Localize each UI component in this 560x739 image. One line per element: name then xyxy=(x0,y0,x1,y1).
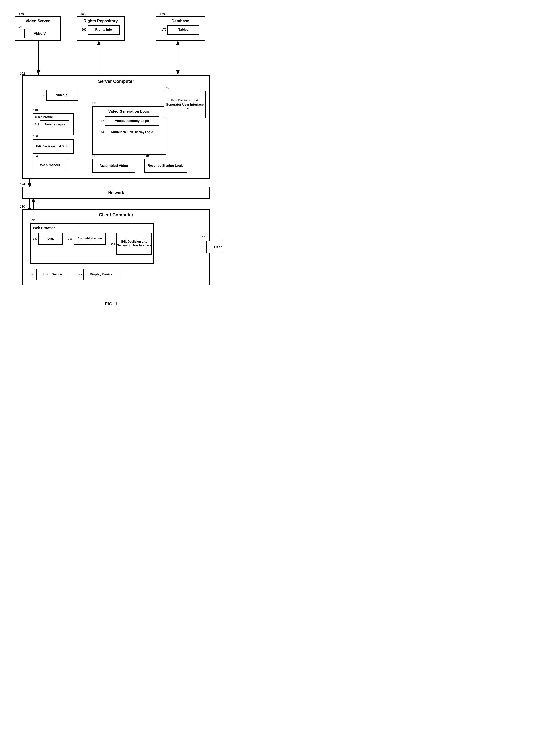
ref-162: 162 xyxy=(81,28,86,32)
ref-118-user: 118 xyxy=(33,109,38,113)
database-label: Database xyxy=(171,18,189,24)
edit-decision-list-generator-label: Edit Decision List Generator User Interf… xyxy=(164,98,205,111)
network-box: Network xyxy=(22,187,210,199)
video-assembly-logic-label: Video Assembly Logic xyxy=(115,119,149,123)
ref-114: 114 xyxy=(99,131,104,134)
ref-134: 134 xyxy=(30,219,35,223)
ref-122: 122 xyxy=(17,25,22,29)
ref-110: 110 xyxy=(92,101,97,105)
ref-140: 140 xyxy=(30,273,35,277)
video-generation-logic-box: Video Generation Logic 112 Video Assembl… xyxy=(92,106,166,155)
stored-strings-label: Stored string(s) xyxy=(44,123,65,126)
ref-118-rev: 118 xyxy=(144,154,149,158)
display-device-box: Display Device xyxy=(83,269,119,280)
edit-decision-list-ui-label: Edit Deciision List Generator User Inter… xyxy=(117,240,151,248)
video-generation-logic-label: Video Generation Logic xyxy=(109,109,150,114)
revenue-sharing-logic-box: Revenue Sharing Logic xyxy=(144,159,187,172)
video-server-label: Video Server xyxy=(26,18,50,24)
tables-label: Tables xyxy=(178,28,188,32)
ref-119: 119 xyxy=(35,123,39,126)
ref-144: 144 xyxy=(200,235,205,239)
video-assembly-logic-box: Video Assembly Logic xyxy=(105,116,159,126)
ref-116: 116 xyxy=(92,154,97,158)
ref-102: 102 xyxy=(20,72,25,76)
ref-126: 126 xyxy=(164,87,169,91)
ref-138: 138 xyxy=(68,237,72,241)
revenue-sharing-logic-label: Revenue Sharing Logic xyxy=(148,164,183,168)
client-computer-label: Client Computer xyxy=(99,212,133,218)
ref-142: 142 xyxy=(77,273,82,277)
web-browser-label: Web Browser xyxy=(33,226,55,230)
assembled-video-label: Assembled Video xyxy=(99,163,128,168)
videos-server-box: Video(s) xyxy=(46,90,78,101)
client-computer-box: Client Computer 134 Web Browser 136 URL xyxy=(22,209,210,285)
edit-decision-list-string-label: Edit Decision List String xyxy=(36,145,70,149)
edit-decision-list-generator-box: Edit Decision List Generator User Interf… xyxy=(164,91,206,118)
attribution-link-display-logic-label: Attribution Link Display Logic xyxy=(111,131,153,134)
input-device-box: Input Device xyxy=(36,269,68,280)
edit-decision-list-string-box: Edit Decision List String xyxy=(33,139,73,154)
tables-box: Tables xyxy=(167,25,199,35)
video-server-box: Video Server 122 Video(s) xyxy=(15,16,60,41)
user-box: User xyxy=(206,241,222,253)
web-server-label: Web Server xyxy=(40,163,60,168)
user-profile-box: User Profile 119 Stored string(s) xyxy=(33,113,73,135)
ref-108: 108 xyxy=(40,94,45,97)
ref-160: 160 xyxy=(80,12,86,16)
database-box: Database 172 Tables xyxy=(156,16,205,41)
assembled-video-client-box: Assembled video xyxy=(73,233,106,245)
assembled-video-client-label: Assembled video xyxy=(77,237,102,241)
display-device-label: Display Device xyxy=(90,272,113,277)
ref-104: 104 xyxy=(33,154,38,158)
rights-info-box: Rights Info xyxy=(88,25,120,35)
attribution-link-display-logic-box: Attribution Link Display Logic xyxy=(105,128,159,137)
stored-strings-box: Stored string(s) xyxy=(40,120,69,128)
network-label: Network xyxy=(108,190,124,195)
ref-106: 106 xyxy=(33,135,38,139)
server-computer-label: Server Computer xyxy=(98,79,134,84)
rights-repository-label: Rights Repository xyxy=(84,18,118,24)
rights-info-label: Rights Info xyxy=(96,28,112,32)
ref-124: 124 xyxy=(20,182,25,186)
ref-146: 146 xyxy=(111,242,115,246)
ref-130: 130 xyxy=(20,205,25,208)
user-profile-label: User Profile xyxy=(35,115,53,119)
rights-repository-box: Rights Repository 162 Rights Info xyxy=(76,16,125,41)
videos-top-label: Video(s) xyxy=(34,32,46,36)
input-device-label: Input Device xyxy=(43,272,62,277)
edit-decision-list-ui-box: Edit Deciision List Generator User Inter… xyxy=(116,233,152,255)
user-label: User xyxy=(214,245,222,249)
server-computer-box: Server Computer 108 Video(s) 118 User Pr… xyxy=(22,76,210,179)
videos-server-label: Video(s) xyxy=(56,93,69,97)
ref-136: 136 xyxy=(33,237,37,241)
url-box: URL xyxy=(38,233,63,245)
videos-top-box: Video(s) xyxy=(24,29,56,38)
ref-172: 172 xyxy=(161,28,166,32)
web-server-box: Web Server xyxy=(33,159,67,171)
figure-caption: FIG. 1 xyxy=(5,302,217,307)
url-label: URL xyxy=(47,237,54,241)
web-browser-box: Web Browser 136 URL 138 Assembled video xyxy=(30,223,154,264)
ref-112: 112 xyxy=(99,119,104,123)
ref-170: 170 xyxy=(159,12,165,16)
assembled-video-box: Assembled Video xyxy=(92,159,135,172)
ref-120: 120 xyxy=(18,12,24,16)
